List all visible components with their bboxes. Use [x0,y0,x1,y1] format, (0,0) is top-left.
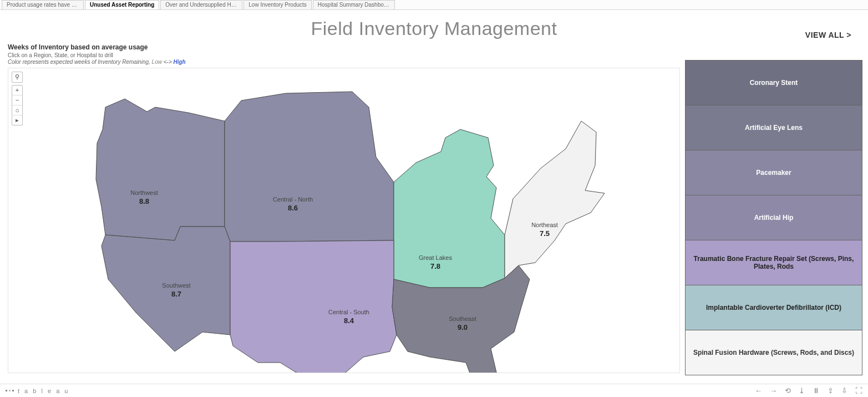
download-icon[interactable]: ⇩ [841,386,847,395]
redo-icon[interactable]: → [770,386,777,395]
subtitle-line3: Color represents expected weeks of Inven… [8,59,186,65]
region-southwest[interactable] [101,227,230,351]
tab-3[interactable]: Low Inventory Products [243,0,312,9]
map-viewport[interactable]: ⚲ + − ⌂ ▸ Northwest8.8Central - North8.6… [8,68,680,373]
product-card-3[interactable]: Artificial Hip [685,195,862,240]
product-card-6[interactable]: Spinal Fusion Hardware (Screws, Rods, an… [685,330,862,375]
product-card-1[interactable]: Artificial Eye Lens [685,105,862,150]
region-northwest[interactable] [96,99,225,240]
tab-1[interactable]: Unused Asset Reporting [85,0,159,9]
subtitle-line1: Weeks of Inventory based on average usag… [8,43,186,51]
undo-icon[interactable]: ← [755,386,762,395]
view-all-button[interactable]: VIEW ALL > [805,31,851,39]
tab-0[interactable]: Product usage rates have chan… [2,0,84,9]
product-sidebar: Coronary StentArtificial Eye LensPacemak… [685,60,862,375]
tab-bar: Product usage rates have chan…Unused Ass… [0,0,868,10]
subtitle-line2: Click on a Region, State, or Hospital to… [8,52,186,58]
product-card-2[interactable]: Pacemaker [685,150,862,195]
share-icon[interactable]: ⇪ [828,386,834,395]
footer-toolbar: t a b l e a u ← → ⟲ ⤓ ⏸ ⇪ ⇩ ⛶ [0,384,868,397]
revert-icon[interactable]: ⟲ [785,386,791,395]
region-central-south[interactable] [230,240,397,373]
tableau-logo: t a b l e a u [6,388,69,394]
page-title: Field Inventory Management [0,18,868,39]
footer-icons: ← → ⟲ ⤓ ⏸ ⇪ ⇩ ⛶ [755,386,862,395]
region-central-north[interactable] [225,92,394,242]
map-subtitle: Weeks of Inventory based on average usag… [8,43,186,65]
us-map-svg: Northwest8.8Central - North8.6Great Lake… [8,68,679,373]
pause-icon[interactable]: ⏸ [813,386,820,395]
region-great-lakes[interactable] [394,129,505,288]
product-card-4[interactable]: Traumatic Bone Fracture Repair Set (Scre… [685,240,862,285]
product-card-5[interactable]: Implantable Cardioverter Defibrillator (… [685,285,862,330]
product-card-0[interactable]: Coronary Stent [685,60,862,105]
region-northeast[interactable] [505,121,605,278]
fullscreen-icon[interactable]: ⛶ [855,386,862,395]
tab-4[interactable]: Hospital Summary Dashboard [313,0,395,9]
tab-2[interactable]: Over and Undersupplied Hospi… [160,0,242,9]
refresh-icon[interactable]: ⤓ [799,386,805,395]
